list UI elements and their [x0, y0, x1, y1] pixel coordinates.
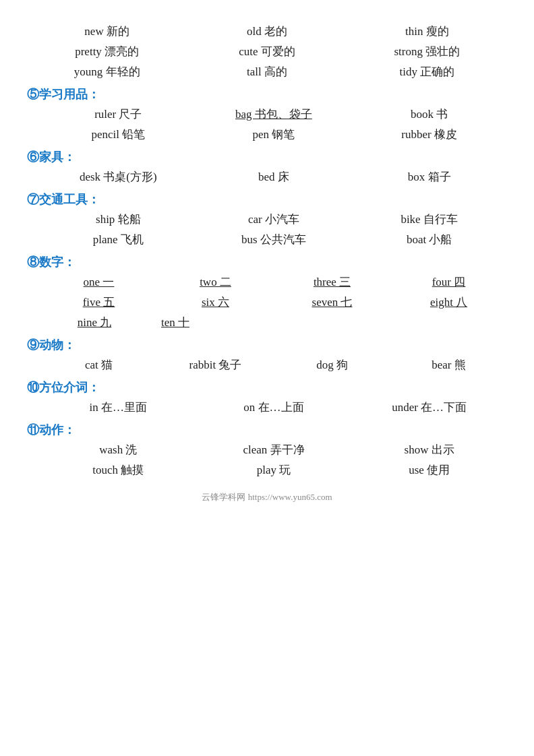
s11-play: play 玩: [223, 461, 324, 479]
s5-rubber: rubber 橡皮: [379, 125, 480, 144]
s5-book: book 书: [379, 105, 480, 123]
s8-row-2: five 五 six 六 seven 七 eight 八: [27, 293, 507, 311]
s6-desk: desk 书桌(方形): [67, 168, 169, 186]
s8-three: three 三: [292, 273, 373, 291]
s6-row-1: desk 书桌(方形) bed 床 box 箱子: [27, 168, 507, 186]
s11-row-1: wash 洗 clean 弄干净 show 出示: [27, 441, 507, 459]
s8-row-1: one 一 two 二 three 三 four 四: [27, 273, 507, 291]
s10-under: under 在…下面: [379, 398, 480, 416]
section-8-header: ⑧数字：: [27, 254, 507, 270]
adj-pretty: pretty 漂亮的: [57, 42, 158, 61]
s8-nine: nine 九: [54, 313, 135, 332]
s11-use: use 使用: [379, 461, 480, 479]
s8-seven: seven 七: [292, 293, 373, 311]
s8-eight: eight 八: [409, 293, 489, 311]
s7-bike: bike 自行车: [379, 210, 480, 228]
section-9: ⑨动物： cat 猫 rabbit 兔子 dog 狗 bear 熊: [27, 337, 507, 374]
s11-show: show 出示: [379, 441, 480, 459]
s7-row-1: ship 轮船 car 小汽车 bike 自行车: [27, 210, 507, 228]
adj-strong: strong 强壮的: [376, 42, 477, 61]
adj-row-3: young 年轻的 tall 高的 tidy 正确的: [27, 63, 507, 81]
s8-one: one 一: [59, 273, 140, 291]
section-10-header: ⑩方位介词：: [27, 379, 507, 396]
section-7: ⑦交通工具： ship 轮船 car 小汽车 bike 自行车 plane 飞机…: [27, 191, 507, 249]
section-9-header: ⑨动物：: [27, 337, 507, 353]
adj-thin: thin 瘦的: [376, 22, 477, 40]
s5-bag: bag 书包、袋子: [223, 105, 324, 123]
section-10: ⑩方位介词： in 在…里面 on 在…上面 under 在…下面: [27, 379, 507, 416]
s5-pencil: pencil 铅笔: [67, 125, 169, 144]
section-11-header: ⑪动作：: [27, 422, 507, 438]
adj-tall: tall 高的: [216, 63, 318, 81]
s7-boat: boat 小船: [379, 230, 480, 249]
s6-box: box 箱子: [379, 168, 480, 186]
s10-row-1: in 在…里面 on 在…上面 under 在…下面: [27, 398, 507, 416]
footer: 云锋学科网 https://www.yun65.com: [27, 491, 507, 503]
section-8: ⑧数字： one 一 two 二 three 三 four 四 five 五 s…: [27, 254, 507, 332]
adj-new: new 新的: [57, 22, 158, 40]
s7-bus: bus 公共汽车: [223, 230, 324, 249]
s8-four: four 四: [409, 273, 489, 291]
s11-wash: wash 洗: [67, 441, 169, 459]
s5-ruler: ruler 尺子: [67, 105, 169, 123]
section-6: ⑥家具： desk 书桌(方形) bed 床 box 箱子: [27, 149, 507, 186]
s7-row-2: plane 飞机 bus 公共汽车 boat 小船: [27, 230, 507, 249]
adj-row-2: pretty 漂亮的 cute 可爱的 strong 强壮的: [27, 42, 507, 61]
s9-cat: cat 猫: [59, 356, 140, 374]
s8-ten: ten 十: [135, 313, 216, 332]
section-7-header: ⑦交通工具：: [27, 191, 507, 208]
s9-row-1: cat 猫 rabbit 兔子 dog 狗 bear 熊: [27, 356, 507, 374]
s11-row-2: touch 触摸 play 玩 use 使用: [27, 461, 507, 479]
section-6-header: ⑥家具：: [27, 149, 507, 165]
adj-young: young 年轻的: [57, 63, 158, 81]
adj-tidy: tidy 正确的: [376, 63, 477, 81]
s7-ship: ship 轮船: [67, 210, 169, 228]
s9-dog: dog 狗: [292, 356, 373, 374]
adj-row-1: new 新的 old 老的 thin 瘦的: [27, 22, 507, 40]
s9-rabbit: rabbit 兔子: [175, 356, 256, 374]
s5-row-1: ruler 尺子 bag 书包、袋子 book 书: [27, 105, 507, 123]
s8-row-3: nine 九 ten 十: [27, 313, 507, 332]
s9-bear: bear 熊: [409, 356, 489, 374]
s5-pen: pen 钢笔: [223, 125, 324, 144]
adjectives-section: new 新的 old 老的 thin 瘦的 pretty 漂亮的 cute 可爱…: [27, 22, 507, 81]
s8-five: five 五: [59, 293, 140, 311]
s10-in: in 在…里面: [67, 398, 169, 416]
s6-bed: bed 床: [223, 168, 324, 186]
s5-row-2: pencil 铅笔 pen 钢笔 rubber 橡皮: [27, 125, 507, 144]
s7-car: car 小汽车: [223, 210, 324, 228]
s8-six: six 六: [175, 293, 256, 311]
adj-cute: cute 可爱的: [216, 42, 318, 61]
adj-old: old 老的: [216, 22, 318, 40]
section-5: ⑤学习用品： ruler 尺子 bag 书包、袋子 book 书 pencil …: [27, 86, 507, 144]
s7-plane: plane 飞机: [67, 230, 169, 249]
s11-touch: touch 触摸: [67, 461, 169, 479]
section-11: ⑪动作： wash 洗 clean 弄干净 show 出示 touch 触摸 p…: [27, 422, 507, 479]
s11-clean: clean 弄干净: [223, 441, 324, 459]
section-5-header: ⑤学习用品：: [27, 86, 507, 102]
s10-on: on 在…上面: [223, 398, 324, 416]
s8-two: two 二: [175, 273, 256, 291]
